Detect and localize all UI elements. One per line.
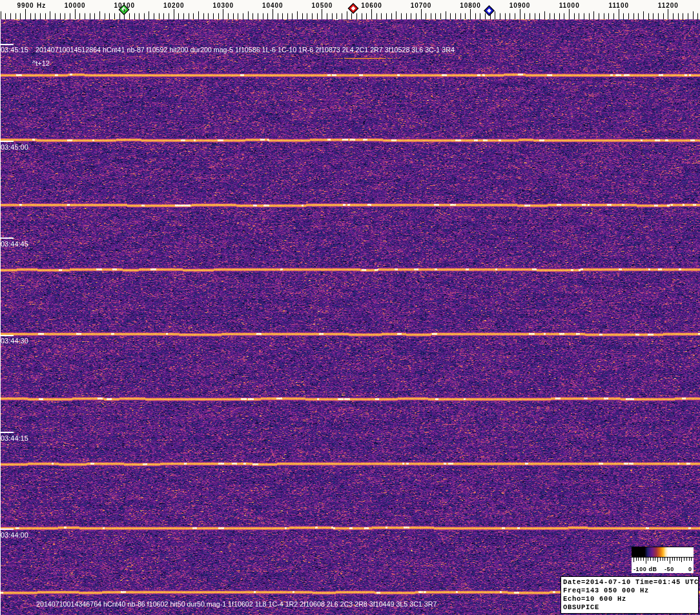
svg-text:10400: 10400 (262, 2, 283, 9)
svg-text:11000: 11000 (559, 2, 580, 9)
svg-text:10900: 10900 (510, 2, 531, 9)
svg-text:10200: 10200 (163, 2, 185, 9)
svg-text:10800: 10800 (460, 2, 481, 9)
svg-text:10000: 10000 (65, 2, 86, 9)
svg-text:10600: 10600 (361, 2, 382, 9)
svg-text:10700: 10700 (411, 2, 432, 9)
svg-text:10300: 10300 (213, 2, 234, 9)
svg-text:10500: 10500 (312, 2, 333, 9)
svg-text:9900: 9900 (17, 2, 34, 9)
svg-text:11100: 11100 (608, 2, 628, 9)
svg-text:11200: 11200 (658, 2, 679, 9)
svg-text:Hz: Hz (37, 2, 46, 9)
